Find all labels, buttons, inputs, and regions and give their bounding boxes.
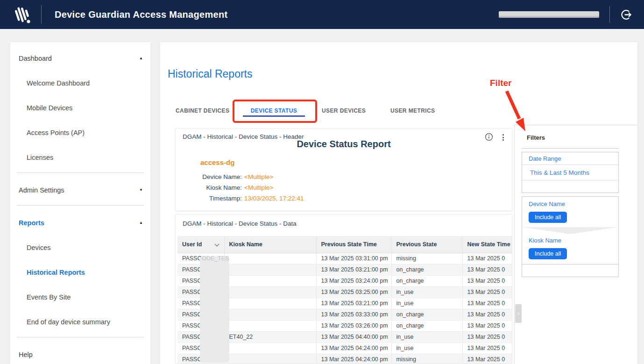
sidebar-item-label: Admin Settings [19, 186, 64, 194]
cell-kiosk-name [224, 286, 316, 298]
annotation-filter-label: Filter [490, 78, 511, 88]
sidebar-item-label: Events By Site [27, 293, 71, 301]
report-field-row: Device Name:<Multiple> [176, 171, 512, 182]
sidebar-item-help[interactable]: Help [10, 342, 150, 364]
filters-heading: Filters [527, 134, 545, 141]
logout-icon[interactable] [620, 8, 633, 21]
tab-device-status[interactable]: DEVICE STATUS [243, 105, 305, 117]
sidebar-item-mobile-devices[interactable]: Mobile Devices [10, 95, 150, 120]
cell-previous-state: in_use [391, 298, 462, 309]
column-header-kiosk-name[interactable]: Kiosk Name [224, 236, 316, 253]
sidebar-item-devices[interactable]: Devices [10, 235, 150, 260]
field-value: 13/03/2025, 17:22:41 [244, 195, 304, 202]
cell-kiosk-name [224, 343, 316, 354]
column-header-new-state-time[interactable]: New State Time [462, 236, 512, 253]
top-bar: Device Guardian Access Management [0, 0, 644, 29]
sidebar-item-label: Dashboard [19, 55, 52, 62]
cell-new-state-time: 13 Mar 2025 0 [462, 253, 512, 264]
column-header-label: Previous State [396, 241, 437, 248]
device-name-filter-label: Device Name [529, 200, 618, 207]
sidebar-item-label: Historical Reports [27, 269, 85, 276]
sidebar-item-label: Devices [27, 244, 51, 251]
zebra-logo-icon [12, 3, 35, 26]
name-filters: Device Name Include all Kiosk Name Inclu… [522, 196, 619, 277]
cell-new-state-time: 13 Mar 2025 0 [462, 331, 512, 343]
sidebar-item-label: Reports [19, 219, 44, 227]
column-header-label: Kiosk Name [229, 241, 263, 248]
column-header-previous-state-time[interactable]: Previous State Time [316, 236, 391, 253]
cell-previous-state: on_charge [391, 309, 462, 320]
field-label: Kiosk Name: [176, 184, 242, 191]
field-value: <Multiple> [244, 173, 273, 180]
filters-expander-handle[interactable]: › [515, 304, 522, 323]
page-title: Historical Reports [168, 68, 253, 80]
sidebar-divider [17, 205, 144, 206]
cell-previous-state-time: 13 Mar 2025 03:26:00 pm [316, 320, 391, 331]
sidebar-item-access-points-ap-[interactable]: Access Points (AP) [10, 120, 150, 145]
tab-cabinet-devices[interactable]: CABINET DEVICES [176, 105, 229, 117]
cell-previous-state-time: 13 Mar 2025 04:24:00 pm [316, 354, 391, 364]
cell-new-state-time: 13 Mar 2025 0 [462, 298, 512, 309]
tab-user-metrics[interactable]: USER METRICS [390, 105, 435, 117]
field-label: Device Name: [176, 173, 242, 180]
date-range-label: Date Range [522, 152, 618, 165]
cell-previous-state-time: 13 Mar 2025 03:21:00 pm [316, 298, 391, 309]
cell-previous-state: in_use [391, 343, 462, 354]
sidebar-item-welcome-dashboard[interactable]: Welcome Dashboard [10, 71, 150, 95]
cell-previous-state: in_use [391, 331, 462, 343]
user-email-redacted[interactable] [499, 11, 599, 18]
sidebar-item-label: Access Points (AP) [27, 129, 85, 136]
date-range-filter: Date Range This & Last 5 Months [522, 152, 619, 193]
sort-chevron-icon[interactable] [214, 242, 219, 247]
cell-kiosk-name [224, 354, 316, 364]
cell-kiosk-name [224, 264, 316, 275]
data-card-title: DGAM - Historical - Device Status - Data [183, 220, 297, 227]
cell-previous-state: on_charge [391, 275, 462, 286]
sidebar-item-licenses[interactable]: Licenses [10, 145, 150, 170]
main-content: Historical Reports CABINET DEVICES DEVIC… [160, 42, 637, 364]
chevron-up-icon: ▲ [139, 221, 143, 225]
cell-previous-state: in_use [391, 286, 462, 298]
topbar-divider-2 [609, 6, 610, 23]
sidebar-nav: Dashboard▲Welcome DashboardMobile Device… [10, 42, 150, 364]
cell-previous-state-time: 13 Mar 2025 03:25:00 pm [316, 286, 391, 298]
field-label: Timestamp: [176, 195, 242, 202]
sidebar-item-admin-settings[interactable]: Admin Settings▼ [10, 178, 150, 202]
user-id-ghost-text: ODE_TEST [202, 253, 229, 264]
sidebar-item-label: Licenses [27, 154, 53, 161]
device-name-include-all-button[interactable]: Include all [529, 212, 567, 223]
date-range-value[interactable]: This & Last 5 Months [522, 165, 618, 180]
cell-previous-state: missing [391, 354, 462, 364]
column-header-user-id[interactable]: User Id [177, 236, 224, 253]
report-title: Device Status Report [176, 139, 512, 150]
filters-divider [522, 148, 619, 149]
topbar-divider [41, 5, 42, 24]
report-header-card: DGAM - Historical - Device Status - Head… [175, 128, 512, 211]
kiosk-name-include-all-button[interactable]: Include all [529, 248, 567, 259]
cell-new-state-time: 13 Mar 2025 0 [462, 320, 512, 331]
tab-user-devices[interactable]: USER DEVICES [322, 105, 366, 117]
report-fields: Device Name:<Multiple>Kiosk Name:<Multip… [176, 171, 512, 204]
cell-new-state-time: 13 Mar 2025 0 [462, 309, 512, 320]
cell-kiosk-name [224, 320, 316, 331]
cell-previous-state-time: 13 Mar 2025 04:40:00 pm [316, 331, 391, 343]
cell-new-state-time: 13 Mar 2025 0 [462, 264, 512, 275]
cell-new-state-time: 13 Mar 2025 0 [462, 354, 512, 364]
column-header-previous-state[interactable]: Previous State [391, 236, 462, 253]
cell-kiosk-name [224, 298, 316, 309]
kiosk-name-filter-label: Kiosk Name [529, 237, 618, 244]
sidebar-item-dashboard[interactable]: Dashboard▲ [10, 46, 150, 71]
report-field-row: Kiosk Name:<Multiple> [176, 182, 512, 193]
sidebar-item-label: Welcome Dashboard [27, 79, 90, 87]
sidebar-item-historical-reports[interactable]: Historical Reports [10, 260, 150, 285]
filter-empty-row [522, 264, 618, 275]
column-header-label: User Id [182, 241, 202, 248]
sidebar-item-events-by-site[interactable]: Events By Site [10, 285, 150, 309]
cell-previous-state-time: 13 Mar 2025 03:33:00 pm [316, 309, 391, 320]
cell-new-state-time: 13 Mar 2025 0 [462, 275, 512, 286]
sidebar-item-end-of-day-device-summary[interactable]: End of day device summary [10, 309, 150, 334]
sidebar-divider [17, 172, 144, 173]
column-header-label: Previous State Time [321, 241, 377, 248]
sidebar-item-reports[interactable]: Reports▲ [10, 210, 150, 235]
sidebar-item-label: Mobile Devices [27, 104, 72, 112]
